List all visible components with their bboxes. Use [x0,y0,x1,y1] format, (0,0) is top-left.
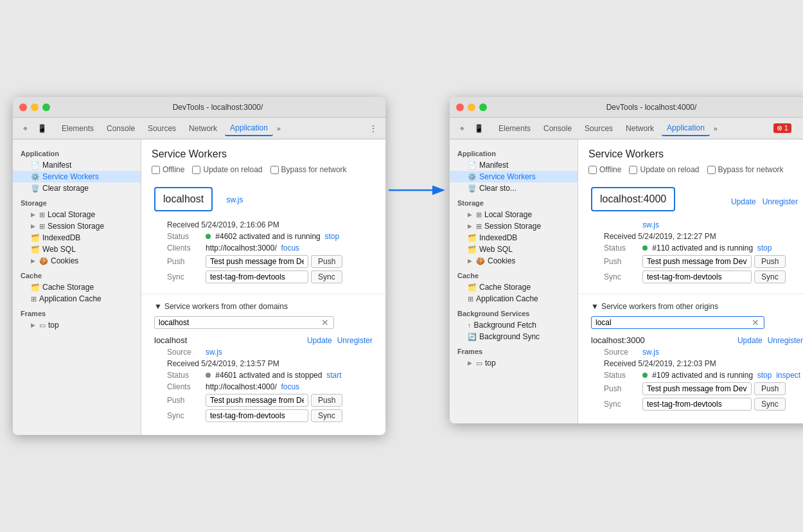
sw-source-link-1[interactable]: sw.js [227,195,243,204]
tab-console-2[interactable]: Console [538,121,577,136]
sidebar-item-cookies-2[interactable]: ▶ 🍪 Cookies [450,255,578,267]
sw-push-button-2[interactable]: Push [754,255,786,268]
sidebar-item-clear-storage-2[interactable]: 🗑️ Clear sto... [450,182,578,194]
sub-sw-push-button-1[interactable]: Push [311,394,342,407]
tab-elements-1[interactable]: Elements [57,121,99,136]
sub-sw-inspect-link-2[interactable]: inspect [776,371,800,380]
sub-sw-sync-input-1[interactable] [206,409,308,422]
close-button-2[interactable] [456,103,464,111]
sidebar-item-service-workers-1[interactable]: ⚙️ Service Workers [13,171,141,182]
offline-input-1[interactable] [152,166,160,174]
sub-sw-sync-button-2[interactable]: Sync [754,398,786,411]
sub-sw-stop-link-2[interactable]: stop [757,371,772,380]
search-clear-2[interactable]: ✕ [752,317,759,328]
update-reload-input-1[interactable] [192,166,200,174]
sidebar-item-bg-sync-2[interactable]: 🔄 Background Sync [450,331,578,342]
sidebar-item-app-cache-2[interactable]: ⊞ Application Cache [450,293,578,305]
sidebar-item-cookies-1[interactable]: ▶ 🍪 Cookies [13,255,141,267]
more-tabs-1[interactable]: » [277,125,281,132]
offline-checkbox-2[interactable]: Offline [588,165,621,174]
bypass-network-input-1[interactable] [270,166,279,174]
sw2-source-link[interactable]: sw.js [642,220,659,229]
tab-application-2[interactable]: Application [662,121,710,136]
offline-input-2[interactable] [588,166,597,174]
origins-search-input-2[interactable] [591,316,764,329]
sidebar-item-local-storage-1[interactable]: ▶ ⊞ Local Storage [13,209,141,220]
sidebar-item-session-storage-1[interactable]: ▶ ⊞ Session Storage [13,220,141,232]
sub-sw-source-link-2[interactable]: sw.js [642,348,659,357]
sw-sync-input-1[interactable] [206,270,308,283]
sw-push-input-1[interactable] [206,255,308,268]
sw-update-link-2[interactable]: Update [731,197,756,206]
sidebar-item-clear-storage-1[interactable]: 🗑️ Clear storage [13,182,141,194]
sub-sw-source-link-1[interactable]: sw.js [206,348,222,357]
sub-sw-focus-link-1[interactable]: focus [281,382,299,391]
menu-button-1[interactable]: ⋮ [366,121,380,136]
sw-sync-input-2[interactable] [642,270,752,283]
bypass-network-checkbox-1[interactable]: Bypass for network [270,165,347,174]
sw-push-input-2[interactable] [642,255,752,268]
inspect-icon[interactable]: ⌖ [18,121,32,136]
update-reload-checkbox-1[interactable]: Update on reload [192,165,262,174]
tab-sources-1[interactable]: Sources [143,121,181,136]
sub-sw-unregister-1[interactable]: Unregister [337,336,373,345]
other-origins-header-2[interactable]: ▼ Service workers from other origins [591,302,803,311]
sidebar-item-websql-2[interactable]: 🗂️ Web SQL [450,244,578,255]
sub-sw-update-1[interactable]: Update [307,336,332,345]
sw-unregister-link-2[interactable]: Unregister [763,197,798,206]
sub-sw-start-link-1[interactable]: start [326,371,341,380]
sub-sw-sync-input-2[interactable] [642,398,752,411]
sidebar-item-manifest-2[interactable]: 📄 Manifest [450,159,578,171]
more-tabs-2[interactable]: » [714,125,718,132]
sidebar-item-bg-fetch-2[interactable]: ↑ Background Fetch [450,319,578,331]
sidebar-item-top-1[interactable]: ▶ ▭ top [13,319,141,331]
tab-sources-2[interactable]: Sources [579,121,618,136]
tab-console-1[interactable]: Console [101,121,140,136]
sidebar-item-indexeddb-2[interactable]: 🗂️ IndexedDB [450,232,578,244]
sub-sw-unregister-2[interactable]: Unregister [768,336,803,345]
device-icon[interactable]: 📱 [35,121,49,136]
bypass-network-checkbox-2[interactable]: Bypass for network [707,165,784,174]
offline-checkbox-1[interactable]: Offline [152,165,184,174]
sw-push-button-1[interactable]: Push [311,255,342,268]
close-button-1[interactable] [19,103,27,111]
menu-button-2[interactable]: ⋮ [797,121,803,136]
sub-sw-push-input-1[interactable] [206,394,308,407]
tab-application-1[interactable]: Application [225,121,273,136]
sub-sw-push-row-2: Push Push [591,382,803,395]
sub-sw-push-input-2[interactable] [642,382,752,395]
search-clear-1[interactable]: ✕ [321,317,329,328]
origins-search-input-1[interactable] [154,316,334,329]
other-origins-header-1[interactable]: ▼ Service workers from other domains [154,302,373,311]
sidebar-item-websql-1[interactable]: 🗂️ Web SQL [13,244,141,255]
sidebar-item-top-2[interactable]: ▶ ▭ top [450,357,578,369]
sidebar-item-local-storage-2[interactable]: ▶ ⊞ Local Storage [450,209,578,220]
update-reload-input-2[interactable] [629,166,637,174]
sub-sw-push-button-2[interactable]: Push [754,382,786,395]
tab-network-2[interactable]: Network [621,121,659,136]
sw-sync-button-1[interactable]: Sync [311,270,342,283]
maximize-button-2[interactable] [479,103,487,111]
sidebar-item-cache-storage-2[interactable]: 🗂️ Cache Storage [450,281,578,293]
sw-stop-link-2[interactable]: stop [757,244,772,253]
minimize-button-1[interactable] [31,103,39,111]
sw-focus-link-1[interactable]: focus [281,244,299,253]
sidebar-item-manifest-1[interactable]: 📄 Manifest [13,159,141,171]
sidebar-item-session-storage-2[interactable]: ▶ ⊞ Session Storage [450,220,578,232]
sidebar-item-cache-storage-1[interactable]: 🗂️ Cache Storage [13,281,141,293]
sidebar-item-app-cache-1[interactable]: ⊞ Application Cache [13,293,141,305]
sub-sw-update-2[interactable]: Update [737,336,763,345]
minimize-button-2[interactable] [468,103,475,111]
bypass-network-input-2[interactable] [707,166,716,174]
sw-sync-button-2[interactable]: Sync [754,270,786,283]
update-reload-checkbox-2[interactable]: Update on reload [629,165,699,174]
sidebar-item-service-workers-2[interactable]: ⚙️ Service Workers [450,171,578,182]
sw-stop-link-1[interactable]: stop [324,232,339,241]
tab-elements-2[interactable]: Elements [493,121,536,136]
device-icon-2[interactable]: 📱 [472,121,486,136]
maximize-button-1[interactable] [42,103,50,111]
sub-sw-sync-button-1[interactable]: Sync [311,409,342,422]
inspect-icon-2[interactable]: ⌖ [455,121,469,136]
sidebar-item-indexeddb-1[interactable]: 🗂️ IndexedDB [13,232,141,244]
tab-network-1[interactable]: Network [184,121,222,136]
